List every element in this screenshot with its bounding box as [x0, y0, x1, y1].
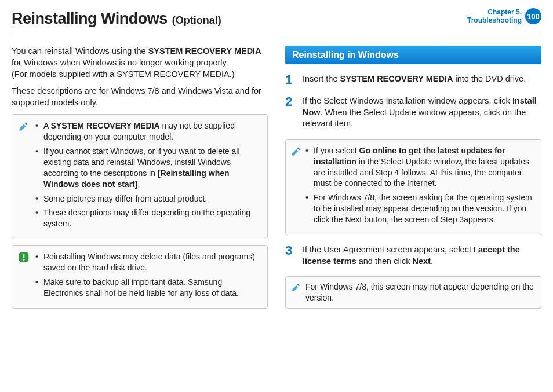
section-header: Reinstalling in Windows [285, 46, 541, 64]
list-item: Some pictures may differ from actual pro… [35, 193, 259, 204]
list-item: For Windows 7/8, the screen asking for t… [305, 192, 533, 225]
text: If you select [314, 146, 359, 155]
page-title-sub: (Optional) [172, 13, 221, 27]
content-columns: You can reinstall Windows using the SYST… [0, 34, 553, 308]
chapter-line1: Chapter 5. [467, 8, 522, 16]
list-item: If you cannot start Windows, or if you w… [35, 146, 259, 190]
pencil-note-icon [18, 120, 30, 132]
note-list: A SYSTEM RECOVERY MEDIA may not be suppl… [35, 120, 259, 229]
warning-list: Reinstalling Windows may delete data (fi… [35, 251, 259, 299]
text: into the DVD drive. [453, 74, 526, 83]
text: . When the Select Update window appears,… [303, 108, 526, 129]
intro-paragraph-1: You can reinstall Windows using the SYST… [12, 46, 268, 80]
chapter-line2: Troubleshooting [467, 16, 522, 24]
step-number: 1 [285, 74, 296, 86]
text: (For models supplied with a SYSTEM RECOV… [12, 69, 235, 79]
text: Insert the [303, 74, 340, 83]
left-column: You can reinstall Windows using the SYST… [12, 46, 268, 308]
caution-icon [18, 251, 30, 263]
text: . [137, 179, 140, 189]
step-body: If the User Agreement screen appears, se… [303, 244, 541, 267]
text: for Windows when Windows is no longer wo… [12, 58, 228, 67]
page-number: 100 [527, 12, 540, 22]
right-column: Reinstalling in Windows 1 Insert the SYS… [285, 46, 541, 308]
note-box-1: A SYSTEM RECOVERY MEDIA may not be suppl… [12, 114, 268, 239]
note-box-2: If you select Go online to get the lates… [285, 139, 541, 235]
step-3: 3 If the User Agreement screen appears, … [285, 244, 541, 267]
step-number: 2 [285, 96, 296, 130]
bold-text: SYSTEM RECOVERY MEDIA [50, 121, 159, 130]
pencil-note-icon [290, 145, 302, 157]
page-number-badge: 100 [525, 8, 541, 24]
list-item: Make sure to backup all important data. … [35, 277, 259, 299]
list-item: These descriptions may differ depending … [35, 207, 259, 229]
intro-paragraph-2: These descriptions are for Windows 7/8 a… [12, 86, 268, 108]
page-title: Reinstalling Windows [12, 8, 168, 29]
note-text: For Windows 7/8, this screen may not app… [305, 282, 534, 302]
list-item: If you select Go online to get the lates… [305, 145, 533, 189]
chapter-label: Chapter 5. Troubleshooting [467, 8, 522, 25]
step-2: 2 If the Select Windows Installation win… [285, 96, 541, 130]
bold-text: SYSTEM RECOVERY MEDIA [148, 46, 261, 56]
page-title-block: Reinstalling Windows (Optional) [12, 8, 221, 29]
text: If the Select Windows Installation windo… [303, 96, 512, 105]
note-list: If you select Go online to get the lates… [305, 145, 533, 225]
note-box-3: For Windows 7/8, this screen may not app… [285, 276, 541, 309]
bold-text: SYSTEM RECOVERY MEDIA [340, 74, 453, 83]
step-body: Insert the SYSTEM RECOVERY MEDIA into th… [303, 74, 541, 86]
text: and then click [356, 257, 413, 266]
svg-point-2 [23, 259, 25, 261]
text: You can reinstall Windows using the [12, 46, 148, 56]
text: If the User Agreement screen appears, se… [303, 245, 474, 254]
step-body: If the Select Windows Installation windo… [303, 96, 541, 130]
list-item: A SYSTEM RECOVERY MEDIA may not be suppl… [35, 120, 259, 142]
chapter-block: Chapter 5. Troubleshooting 100 [467, 8, 541, 25]
svg-rect-1 [23, 254, 25, 258]
step-number: 3 [285, 244, 296, 267]
pencil-note-icon [290, 281, 302, 293]
step-1: 1 Insert the SYSTEM RECOVERY MEDIA into … [285, 74, 541, 86]
text: A [43, 121, 50, 130]
text: . [431, 257, 433, 266]
page-header: Reinstalling Windows (Optional) Chapter … [0, 0, 553, 29]
bold-text: Next [412, 257, 430, 266]
warning-box: Reinstalling Windows may delete data (fi… [12, 245, 268, 309]
list-item: Reinstalling Windows may delete data (fi… [35, 251, 259, 273]
